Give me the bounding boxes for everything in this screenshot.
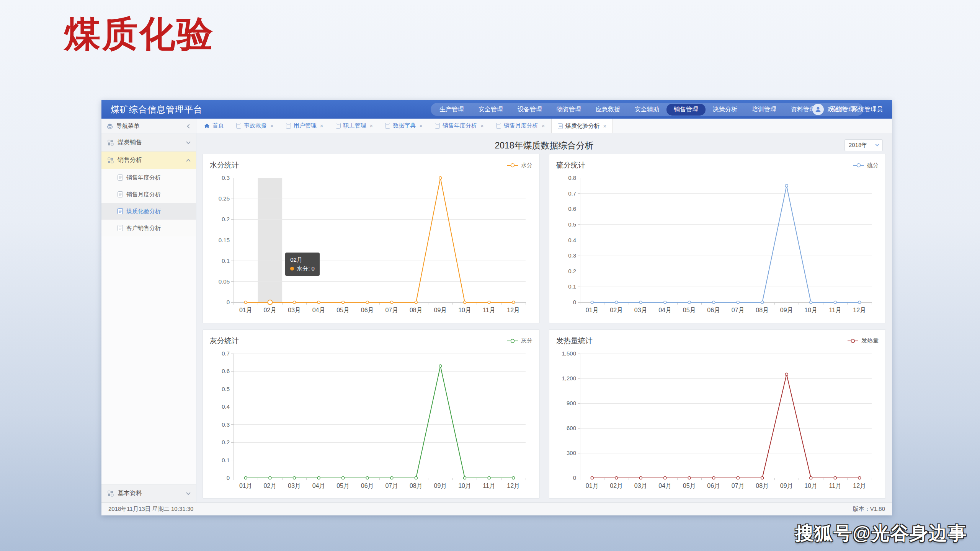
chart-title: 水分统计: [210, 160, 239, 170]
legend-item[interactable]: 灰分: [507, 337, 532, 344]
chevron-down-icon: [186, 140, 190, 144]
sidebar-group-0[interactable]: 煤炭销售: [101, 134, 196, 152]
chart-plot-area[interactable]: 00.10.20.30.40.50.60.701月02月03月04月05月06月…: [210, 347, 532, 494]
tab-4[interactable]: 数据字典×: [379, 119, 429, 133]
svg-text:01月: 01月: [586, 483, 599, 489]
svg-text:0: 0: [227, 474, 230, 481]
data-point: [342, 301, 345, 304]
close-icon[interactable]: ×: [603, 123, 607, 129]
svg-text:10月: 10月: [804, 307, 817, 313]
svg-text:06月: 06月: [707, 483, 720, 489]
tab-bar: 首页事故救援×用户管理×职工管理×数据字典×销售年度分析×销售月度分析×煤质化验…: [196, 119, 892, 133]
data-point: [464, 476, 466, 479]
data-point: [591, 476, 593, 479]
sidebar-group-bottom[interactable]: 基本资料: [101, 485, 196, 502]
close-icon[interactable]: ×: [370, 122, 373, 129]
chart-title: 硫分统计: [556, 160, 585, 170]
svg-text:11月: 11月: [829, 307, 841, 313]
line-series-legend-icon: [507, 338, 518, 344]
data-point: [810, 301, 812, 304]
sidebar-item-label: 销售年度分析: [126, 174, 161, 181]
data-point: [834, 476, 836, 479]
chart-card-2: 灰分统计 灰分 00.10.20.30.40.50.60.701月02月03月0…: [203, 329, 540, 499]
sidebar-item-1-3[interactable]: 客户销售分析: [101, 220, 196, 236]
legend-label: 灰分: [521, 337, 532, 344]
nav-item-1[interactable]: 安全管理: [471, 104, 510, 116]
document-icon: [385, 123, 390, 129]
document-icon: [286, 123, 291, 129]
svg-text:0.4: 0.4: [222, 403, 230, 410]
data-point: [785, 373, 788, 375]
close-icon[interactable]: ×: [480, 122, 484, 129]
data-point: [664, 476, 666, 479]
svg-text:04月: 04月: [312, 307, 325, 313]
data-point: [761, 301, 764, 304]
year-select-value: 2018年: [849, 142, 867, 149]
year-select[interactable]: 2018年: [844, 139, 883, 151]
chart-plot-area[interactable]: 00.10.20.30.40.50.60.70.801月02月03月04月05月…: [556, 172, 879, 318]
svg-text:02月: 02月: [610, 483, 623, 489]
close-icon[interactable]: ×: [320, 122, 323, 129]
tab-1[interactable]: 事故救援×: [230, 119, 280, 133]
sidebar-item-1-0[interactable]: 销售年度分析: [101, 169, 196, 186]
nav-item-5[interactable]: 安全辅助: [627, 104, 666, 116]
sidebar-group-label: 销售分析: [118, 156, 142, 164]
user-block[interactable]: 欢迎您：系统管理员: [812, 100, 883, 119]
nav-item-4[interactable]: 应急救援: [588, 104, 627, 116]
tab-6[interactable]: 销售月度分析×: [490, 119, 551, 133]
tab-5[interactable]: 销售年度分析×: [429, 119, 490, 133]
svg-text:03月: 03月: [634, 483, 647, 489]
line-series-legend-icon: [507, 163, 518, 168]
tab-label: 事故救援: [244, 122, 267, 129]
legend-item[interactable]: 硫分: [853, 162, 879, 169]
legend-item[interactable]: 水分: [507, 162, 532, 169]
svg-text:0.05: 0.05: [219, 278, 230, 285]
tab-3[interactable]: 职工管理×: [330, 119, 379, 133]
data-point: [615, 301, 618, 304]
nav-item-3[interactable]: 物资管理: [549, 104, 588, 116]
svg-text:0.1: 0.1: [222, 456, 230, 463]
nav-item-8[interactable]: 培训管理: [745, 104, 784, 116]
nav-item-7[interactable]: 决策分析: [706, 104, 745, 116]
tab-label: 数据字典: [393, 122, 416, 129]
tab-7[interactable]: 煤质化验分析×: [551, 119, 613, 133]
svg-text:07月: 07月: [732, 307, 745, 313]
nav-item-0[interactable]: 生产管理: [432, 104, 471, 116]
charts-grid: 水分统计 水分 00.050.10.150.20.250.301月02月03月0…: [203, 154, 886, 499]
sidebar-item-1-2[interactable]: 煤质化验分析: [101, 203, 196, 220]
data-point: [785, 184, 788, 187]
data-point: [834, 301, 836, 304]
legend-item[interactable]: 发热量: [847, 337, 879, 344]
chart-plot-area[interactable]: 00.050.10.150.20.250.301月02月03月04月05月06月…: [210, 172, 532, 318]
line-series-legend-icon: [847, 338, 859, 344]
sidebar-group-1[interactable]: 销售分析: [101, 152, 196, 169]
tab-label: 煤质化验分析: [565, 122, 600, 130]
svg-text:600: 600: [567, 425, 576, 431]
close-icon[interactable]: ×: [270, 122, 274, 129]
data-point: [712, 301, 715, 304]
svg-text:03月: 03月: [288, 307, 301, 313]
sidebar-item-label: 销售月度分析: [126, 191, 161, 198]
svg-text:900: 900: [567, 400, 576, 406]
data-point: [488, 476, 490, 479]
series-line: [592, 186, 860, 302]
close-icon[interactable]: ×: [542, 122, 545, 129]
svg-text:02月: 02月: [263, 307, 276, 313]
svg-text:0.1: 0.1: [568, 283, 576, 290]
svg-text:05月: 05月: [683, 483, 696, 489]
sidebar-item-1-1[interactable]: 销售月度分析: [101, 186, 196, 203]
svg-text:1,200: 1,200: [562, 375, 576, 381]
app-window: 煤矿综合信息管理平台 生产管理安全管理设备管理物资管理应急救援安全辅助销售管理决…: [101, 100, 892, 515]
app-body: 导航菜单 煤炭销售销售分析销售年度分析销售月度分析煤质化验分析客户销售分析 基本…: [101, 119, 892, 502]
data-point: [244, 476, 247, 479]
close-icon[interactable]: ×: [419, 122, 423, 129]
nav-item-2[interactable]: 设备管理: [510, 104, 549, 116]
chart-plot-area[interactable]: 03006009001,2001,50001月02月03月04月05月06月07…: [556, 347, 879, 494]
svg-text:10月: 10月: [458, 483, 471, 489]
tab-2[interactable]: 用户管理×: [280, 119, 330, 133]
sidebar-item-label: 客户销售分析: [126, 225, 161, 232]
nav-item-6[interactable]: 销售管理: [666, 104, 706, 116]
data-point: [390, 476, 393, 479]
tab-0[interactable]: 首页: [198, 119, 230, 133]
chevron-left-icon[interactable]: [187, 124, 191, 128]
